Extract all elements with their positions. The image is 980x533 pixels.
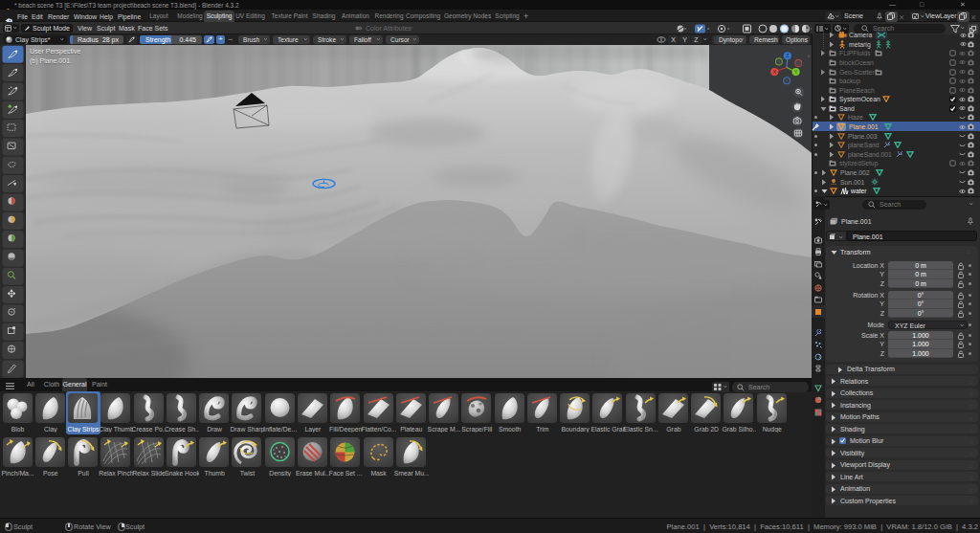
svg-text:‹: ‹ [808, 53, 810, 58]
svg-text:Z: Z [786, 53, 789, 58]
